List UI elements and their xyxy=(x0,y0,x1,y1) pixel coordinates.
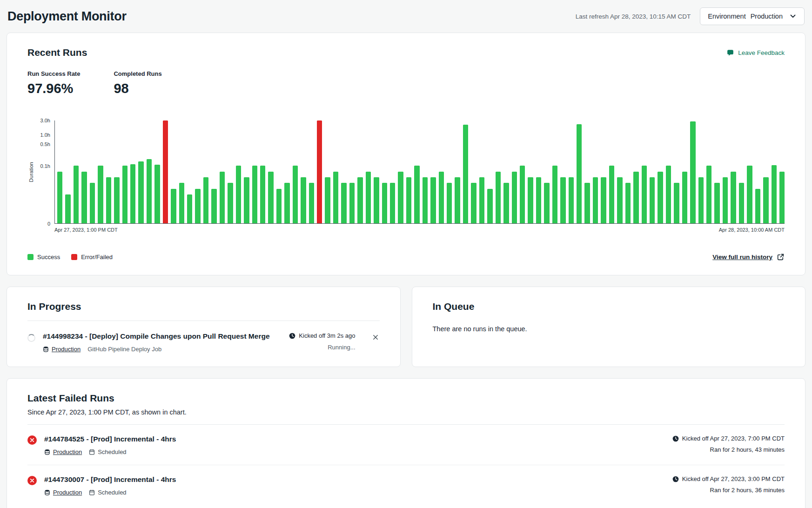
chart-bar[interactable] xyxy=(382,183,387,223)
chart-bar[interactable] xyxy=(447,183,452,223)
chart-bar[interactable] xyxy=(293,166,298,223)
chart-bar[interactable] xyxy=(114,177,119,223)
chart-bar[interactable] xyxy=(357,177,362,223)
production-link[interactable]: Production xyxy=(43,346,81,353)
database-icon xyxy=(43,346,49,352)
chart-bar[interactable] xyxy=(439,172,444,223)
chart-bar[interactable] xyxy=(569,177,574,223)
chart-bar[interactable] xyxy=(236,166,241,223)
chart-bar[interactable] xyxy=(57,172,62,223)
chart-bar[interactable] xyxy=(406,177,411,223)
view-full-run-history-link[interactable]: View full run history xyxy=(712,253,785,261)
chart-bar[interactable] xyxy=(171,189,176,223)
chart-bar[interactable] xyxy=(106,177,111,223)
chart-bar[interactable] xyxy=(747,166,752,223)
chart-bar[interactable] xyxy=(333,172,338,223)
chart-bar[interactable] xyxy=(755,189,760,223)
chart-bar[interactable] xyxy=(772,165,777,223)
chevron-down-icon xyxy=(789,13,797,20)
chart-bar[interactable] xyxy=(779,172,785,223)
chart-bar[interactable] xyxy=(220,172,225,223)
chart-bar[interactable] xyxy=(147,159,152,223)
chart-bar[interactable] xyxy=(625,183,631,223)
chart-bar[interactable] xyxy=(260,166,265,223)
chart-bar[interactable] xyxy=(536,177,541,223)
chart-bar[interactable] xyxy=(690,121,695,223)
chart-bar[interactable] xyxy=(593,177,598,223)
chart-bar[interactable] xyxy=(560,177,565,223)
chart-bar[interactable] xyxy=(520,166,525,223)
chart-bar[interactable] xyxy=(65,194,70,223)
chart-bar[interactable] xyxy=(731,172,736,223)
chart-bar[interactable] xyxy=(122,166,128,223)
chart-bar[interactable] xyxy=(195,189,200,223)
chart-bar[interactable] xyxy=(390,183,395,223)
chart-bar[interactable] xyxy=(90,183,95,223)
chart-bar[interactable] xyxy=(423,177,428,223)
chart-bar[interactable] xyxy=(187,194,192,223)
chart-bar[interactable] xyxy=(682,172,687,223)
chart-bar[interactable] xyxy=(487,189,492,223)
chart-bar[interactable] xyxy=(528,177,533,223)
chart-bar[interactable] xyxy=(658,172,663,223)
chart-bar[interactable] xyxy=(414,166,419,223)
chart-bar[interactable] xyxy=(544,183,549,223)
chart-bar[interactable] xyxy=(633,172,638,223)
chart-bar[interactable] xyxy=(455,177,460,223)
chart-bar[interactable] xyxy=(211,189,216,223)
chart-bar[interactable] xyxy=(284,183,289,223)
chart-bar[interactable] xyxy=(698,177,704,223)
chart-bar[interactable] xyxy=(666,166,671,223)
chart-bar[interactable] xyxy=(723,177,728,223)
x-axis-start-label: Apr 27, 2023, 1:00 PM CDT xyxy=(54,227,118,233)
chart-bar[interactable] xyxy=(138,161,143,223)
chart-bar[interactable] xyxy=(512,172,517,223)
chart-bar[interactable] xyxy=(479,177,484,223)
chart-bar[interactable] xyxy=(706,166,711,223)
chart-bar[interactable] xyxy=(463,125,468,223)
chart-bar[interactable] xyxy=(430,177,436,223)
chart-bar[interactable] xyxy=(374,177,379,223)
chart-bar[interactable] xyxy=(366,172,371,223)
chart-bar[interactable] xyxy=(301,177,306,223)
chart-bar[interactable] xyxy=(317,120,322,223)
chart-bar[interactable] xyxy=(739,183,744,223)
chart-bar[interactable] xyxy=(577,124,582,223)
environment-dropdown[interactable]: Environment Production xyxy=(700,7,805,25)
chart-bar[interactable] xyxy=(74,166,79,223)
chart-bar[interactable] xyxy=(471,183,476,223)
chart-bar[interactable] xyxy=(650,177,655,223)
chart-bar[interactable] xyxy=(276,189,282,223)
chart-bar[interactable] xyxy=(496,172,501,223)
chart-bar[interactable] xyxy=(244,177,249,223)
chart-bar[interactable] xyxy=(503,183,509,223)
chart-bar[interactable] xyxy=(714,183,719,223)
chart-bar[interactable] xyxy=(81,172,87,223)
chart-bar[interactable] xyxy=(349,183,355,223)
chart-bar[interactable] xyxy=(763,177,768,223)
production-link[interactable]: Production xyxy=(44,448,82,455)
chart-bar[interactable] xyxy=(203,177,208,223)
chart-bar[interactable] xyxy=(228,183,233,223)
chart-bar[interactable] xyxy=(642,166,647,223)
chart-bar[interactable] xyxy=(341,183,346,223)
chart-bar[interactable] xyxy=(609,166,614,223)
chart-bar[interactable] xyxy=(268,172,273,223)
chart-bar[interactable] xyxy=(98,166,103,223)
chart-bar[interactable] xyxy=(154,165,160,223)
cancel-run-button[interactable] xyxy=(371,333,380,343)
chart-bar[interactable] xyxy=(163,120,168,223)
chart-bar[interactable] xyxy=(309,183,314,223)
chart-bar[interactable] xyxy=(674,183,679,223)
chart-bar[interactable] xyxy=(601,177,606,223)
chart-bar[interactable] xyxy=(398,172,403,223)
leave-feedback-link[interactable]: Leave Feedback xyxy=(726,49,785,57)
chart-bar[interactable] xyxy=(617,177,622,223)
chart-bar[interactable] xyxy=(325,177,330,223)
chart-bar[interactable] xyxy=(130,164,135,223)
chart-bar[interactable] xyxy=(179,183,184,223)
chart-bar[interactable] xyxy=(252,166,257,223)
production-link[interactable]: Production xyxy=(44,489,82,496)
chart-bar[interactable] xyxy=(584,183,590,223)
chart-bar[interactable] xyxy=(552,166,557,223)
